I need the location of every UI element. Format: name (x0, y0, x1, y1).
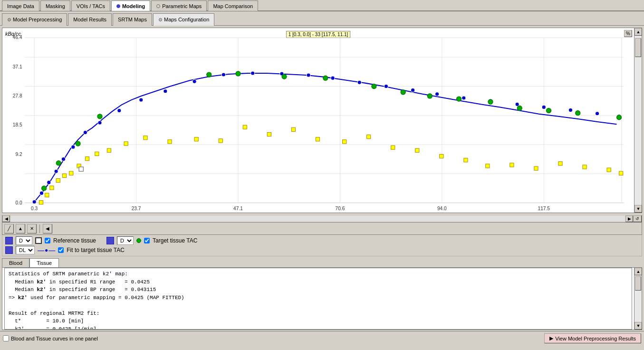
pencil-tool-button[interactable]: ╱ (4, 224, 14, 233)
tab-model-results[interactable]: Model Results (68, 13, 112, 26)
svg-rect-100 (558, 162, 562, 165)
blood-tissue-tabs: Blood Tissue (0, 256, 644, 267)
scroll-left-button[interactable]: ◀ (2, 215, 10, 222)
svg-point-32 (71, 145, 75, 149)
parametric-maps-radio-icon (156, 4, 160, 8)
svg-point-59 (207, 72, 211, 77)
ref-tissue-checkbox[interactable] (45, 238, 50, 243)
reset-zoom-button[interactable]: ↺ (633, 215, 642, 222)
toolbar-separator (39, 224, 40, 233)
svg-point-70 (576, 111, 580, 116)
view-btn-icon: ▶ (549, 335, 553, 341)
scroll-right-button[interactable]: ▶ (625, 215, 633, 222)
svg-rect-85 (194, 137, 198, 141)
chart-v-scrollbar[interactable]: ▲ ▼ (634, 28, 642, 213)
tab-masking[interactable]: Masking (40, 0, 70, 11)
one-panel-label: Blood and Tissue curves in one panel (11, 336, 98, 341)
svg-text:18.5: 18.5 (13, 122, 22, 127)
tab-blood[interactable]: Blood (2, 258, 29, 267)
svg-point-52 (568, 108, 572, 112)
svg-point-28 (39, 191, 43, 195)
svg-rect-86 (219, 139, 222, 143)
svg-rect-90 (316, 137, 319, 141)
svg-point-45 (384, 84, 388, 88)
svg-point-71 (616, 115, 621, 120)
svg-point-50 (515, 102, 519, 106)
tab-blood-label: Blood (9, 260, 22, 266)
svg-rect-101 (583, 165, 586, 169)
svg-rect-99 (534, 166, 538, 170)
svg-point-46 (411, 88, 415, 92)
text-scroll-up[interactable]: ▲ (634, 268, 642, 275)
tab-modeling[interactable]: Modeling (111, 0, 150, 11)
tab-vois-tacs[interactable]: VOIs / TACs (71, 0, 110, 11)
svg-rect-88 (267, 133, 271, 136)
gear-icon-maps: ⚙ (158, 17, 163, 22)
tab-image-data-label: Image Data (7, 3, 34, 9)
svg-point-60 (236, 71, 240, 76)
tab-tissue[interactable]: Tissue (29, 258, 59, 267)
target-tac-checkbox[interactable] (144, 238, 150, 243)
view-model-preprocessing-button[interactable]: ▶ View Model Preprocessing Results (544, 333, 641, 343)
tab-maps-configuration[interactable]: ⚙ Maps Configuration (153, 13, 214, 26)
svg-point-38 (192, 79, 196, 83)
svg-point-29 (47, 181, 51, 185)
tab-map-comparison[interactable]: Map Comparison (208, 0, 258, 11)
h-scrollbar-row: ◀ ▶ ↺ (2, 215, 642, 223)
svg-rect-94 (415, 148, 419, 152)
svg-point-35 (117, 108, 121, 112)
svg-point-33 (83, 130, 87, 134)
prev-button[interactable]: ◀ (43, 224, 52, 233)
tab-parametric-maps[interactable]: Parametric Maps (151, 0, 207, 11)
up-button[interactable]: ▲ (16, 224, 25, 233)
svg-point-63 (372, 84, 376, 88)
svg-rect-95 (440, 154, 443, 158)
svg-rect-97 (486, 164, 490, 168)
ref-display-dropdown[interactable]: D (16, 236, 32, 245)
fit-tac-checkbox[interactable] (58, 247, 64, 253)
pencil-icon: ╱ (8, 226, 10, 231)
target-display-dropdown[interactable]: D (117, 236, 134, 245)
svg-text:94.0: 94.0 (437, 206, 447, 211)
chart-toolbar: ╱ ▲ ✕ ◀ (2, 223, 642, 235)
svg-rect-98 (510, 163, 514, 167)
tab-tissue-label: Tissue (37, 260, 52, 266)
svg-point-51 (542, 105, 546, 109)
svg-rect-96 (464, 158, 468, 162)
tab-model-preprocessing[interactable]: ⚙ Model Preprocessing (2, 13, 67, 26)
scroll-up-button[interactable]: ▲ (634, 28, 642, 36)
scroll-thumb[interactable] (635, 38, 641, 57)
svg-rect-84 (168, 140, 172, 144)
fit-display-dropdown[interactable]: DL (16, 246, 35, 254)
tab-image-data[interactable]: Image Data (2, 0, 39, 11)
svg-rect-79 (85, 157, 89, 161)
svg-point-40 (251, 71, 255, 75)
svg-point-36 (139, 98, 143, 102)
chart-svg: 46.4 37.1 27.8 18.5 9.2 0.0 0.3 23.7 47.… (2, 28, 634, 213)
svg-rect-93 (391, 146, 395, 149)
target-tac-label: Target tissue TAC (153, 237, 197, 244)
bottom-bar: Blood and Tissue curves in one panel ▶ V… (0, 331, 644, 345)
tab-vois-tacs-label: VOIs / TACs (77, 3, 105, 9)
close-tool-button[interactable]: ✕ (27, 224, 37, 233)
svg-text:47.1: 47.1 (233, 206, 243, 211)
tab-srtm-maps[interactable]: SRTM Maps (113, 13, 152, 26)
text-scroll-thumb[interactable] (635, 276, 641, 291)
svg-rect-104 (79, 167, 83, 171)
svg-point-55 (42, 186, 47, 191)
svg-text:9.2: 9.2 (15, 152, 22, 157)
output-line-2: Median k2' in specified R1 range = 0.042… (9, 278, 628, 286)
output-line-7: t* = 10.0 [min] (9, 317, 628, 325)
svg-rect-73 (45, 193, 49, 197)
one-panel-checkbox[interactable] (3, 335, 9, 341)
scroll-down-button[interactable]: ▼ (634, 205, 642, 213)
svg-rect-72 (39, 200, 43, 204)
up-icon: ▲ (18, 226, 23, 231)
text-v-scrollbar[interactable]: ▲ ▼ (634, 268, 642, 330)
target-dot-icon (136, 238, 141, 243)
text-scroll-down[interactable]: ▼ (634, 322, 642, 330)
tab-modeling-label: Modeling (122, 3, 145, 9)
fit-color-box (5, 246, 13, 254)
text-output: Statistics of SRTM parametric k2' map: M… (4, 268, 632, 330)
legend-row-2: DL — ● — Fit to target tissue TAC (5, 246, 639, 254)
